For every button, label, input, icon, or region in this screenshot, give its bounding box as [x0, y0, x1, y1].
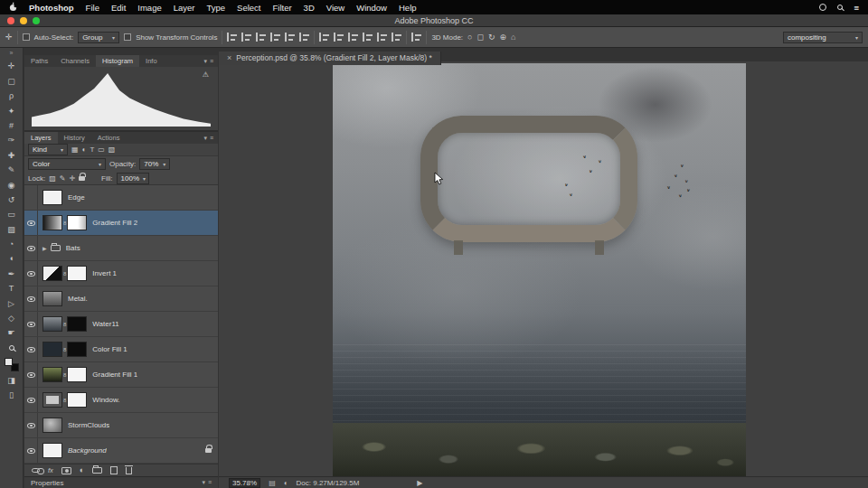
menu-type[interactable]: Type	[206, 3, 225, 13]
layer-row-window[interactable]: 8 Window.	[24, 388, 218, 413]
filter-shape-layers-icon[interactable]: ▭	[98, 145, 105, 154]
visibility-toggle[interactable]	[24, 211, 38, 235]
layer-row-water11[interactable]: 8 Water11	[24, 312, 218, 337]
layer-mask-thumbnail[interactable]	[67, 316, 87, 332]
auto-align-icon[interactable]	[411, 32, 421, 42]
distribute-right-icon[interactable]	[392, 32, 401, 42]
lasso-tool[interactable]: ρ	[4, 89, 20, 102]
layer-row-invert-1[interactable]: 8 Invert 1	[24, 261, 218, 286]
tab-paths[interactable]: Paths	[24, 55, 54, 67]
lock-pixels-icon[interactable]: ✎	[60, 174, 66, 183]
crop-tool[interactable]: #	[4, 119, 20, 132]
menu-select[interactable]: Select	[237, 3, 260, 13]
brush-tool[interactable]: ✎	[4, 164, 20, 176]
layer-thumbnail[interactable]	[42, 342, 62, 357]
visibility-toggle[interactable]	[24, 312, 38, 336]
distribute-vertical-icon[interactable]	[334, 32, 344, 42]
type-tool[interactable]: T	[4, 282, 20, 295]
3d-drag-icon[interactable]: ↻	[488, 33, 495, 42]
menu-view[interactable]: View	[326, 3, 344, 13]
3d-scale-icon[interactable]: ⌂	[511, 33, 515, 42]
fill-field[interactable]: 100%▾	[117, 173, 149, 184]
filter-adjustment-layers-icon[interactable]: ◐	[82, 145, 87, 154]
auto-select-dropdown[interactable]: Group▾	[78, 32, 119, 43]
gradient-tool[interactable]: ▧	[4, 223, 20, 236]
lock-position-icon[interactable]: ✛	[69, 174, 75, 183]
zoom-level-field[interactable]: 35.78%	[229, 478, 260, 488]
mask-link-icon[interactable]: 8	[63, 322, 66, 327]
layer-thumbnail[interactable]	[42, 443, 62, 458]
tab-actions[interactable]: Actions	[91, 132, 127, 144]
tab-layers[interactable]: Layers	[24, 132, 58, 144]
layer-row-gradient-fill-1[interactable]: 8 Gradient Fill 1	[24, 362, 218, 388]
new-adjustment-layer-icon[interactable]: ◐	[80, 466, 84, 474]
layer-row-bats[interactable]: ▶ Bats	[24, 236, 218, 261]
align-horizontal-centers-icon[interactable]	[241, 32, 251, 42]
panel-dropdown-icon[interactable]: ▾	[203, 135, 207, 142]
panel-dropdown-icon[interactable]: ▾	[203, 58, 207, 65]
layer-row-edge[interactable]: Edge	[24, 185, 218, 211]
zoom-window-button[interactable]	[33, 17, 40, 24]
zoom-tool[interactable]	[4, 342, 20, 354]
canvas-area[interactable]: v v v v v v v v v v v	[219, 61, 868, 476]
group-expand-icon[interactable]: ▶	[42, 245, 47, 251]
healing-brush-tool[interactable]: ✚	[4, 149, 20, 162]
shape-tool[interactable]: ◇	[4, 312, 20, 324]
marquee-tool[interactable]: ▢	[4, 75, 20, 88]
layer-mask-thumbnail[interactable]	[67, 266, 87, 281]
panel-menu-icon[interactable]: ≡	[210, 58, 213, 64]
eyedropper-tool[interactable]: ✑	[4, 134, 20, 146]
distribute-horizontal-icon[interactable]	[377, 32, 387, 42]
tab-channels[interactable]: Channels	[54, 55, 96, 67]
history-brush-tool[interactable]: ↺	[4, 193, 20, 206]
3d-roll-icon[interactable]: ◻	[477, 33, 484, 42]
layer-mask-thumbnail[interactable]	[67, 392, 87, 408]
layer-mask-thumbnail[interactable]	[67, 215, 87, 230]
close-window-button[interactable]	[7, 17, 14, 24]
quick-mask-icon[interactable]: ◨	[4, 374, 20, 387]
align-right-edges-icon[interactable]	[256, 32, 266, 42]
layer-thumbnail[interactable]	[42, 316, 62, 332]
layer-row-color-fill-1[interactable]: 8 Color Fill 1	[24, 337, 218, 362]
menu-file[interactable]: File	[86, 3, 99, 13]
distribute-left-icon[interactable]	[363, 32, 373, 42]
foreground-color-swatch[interactable]	[5, 358, 13, 366]
layer-row-gradient-fill-2[interactable]: 8 Gradient Fill 2	[24, 211, 218, 236]
tab-history[interactable]: History	[58, 132, 91, 144]
path-select-tool[interactable]: ▷	[4, 297, 20, 310]
layer-row-background[interactable]: Background	[24, 438, 218, 464]
tab-info[interactable]: Info	[139, 55, 164, 67]
panel-dropdown-icon[interactable]: ▾	[202, 479, 205, 486]
visibility-toggle[interactable]	[24, 362, 38, 387]
blur-tool[interactable]: ◔	[4, 238, 20, 250]
layer-thumbnail[interactable]	[42, 190, 62, 205]
status-grid-icon[interactable]: ▤	[269, 479, 276, 487]
mask-link-icon[interactable]: 8	[63, 271, 66, 277]
status-adjust-icon[interactable]: ◐	[284, 479, 288, 487]
distribute-top-icon[interactable]	[319, 32, 329, 42]
filter-type-layers-icon[interactable]: T	[90, 145, 94, 154]
move-tool[interactable]: ✛	[4, 60, 20, 72]
visibility-toggle[interactable]	[24, 261, 38, 286]
visibility-toggle[interactable]	[24, 438, 38, 463]
histogram-warning-icon[interactable]: ⚠	[203, 70, 209, 79]
visibility-toggle[interactable]	[24, 236, 38, 260]
visibility-toggle[interactable]	[24, 413, 38, 437]
visibility-toggle[interactable]	[24, 185, 38, 210]
notification-icon[interactable]	[819, 4, 826, 11]
menu-edit[interactable]: Edit	[111, 3, 126, 13]
opacity-field[interactable]: 70%▾	[139, 158, 170, 170]
visibility-toggle[interactable]	[24, 388, 38, 412]
pen-tool[interactable]: ✒	[4, 267, 20, 280]
menu-filter[interactable]: Filter	[272, 3, 291, 13]
new-layer-icon[interactable]	[110, 466, 118, 474]
mask-link-icon[interactable]: 8	[63, 372, 66, 378]
link-layers-icon[interactable]	[32, 468, 40, 473]
layer-row-metal[interactable]: Metal.	[24, 286, 218, 312]
visibility-toggle[interactable]	[24, 337, 38, 361]
panel-menu-icon[interactable]: ≡	[208, 479, 212, 486]
panel-menu-icon[interactable]: ≡	[210, 135, 213, 141]
layer-row-stormclouds[interactable]: StormClouds	[24, 413, 218, 438]
mask-link-icon[interactable]: 8	[63, 221, 66, 226]
align-top-edges-icon[interactable]	[270, 32, 280, 42]
